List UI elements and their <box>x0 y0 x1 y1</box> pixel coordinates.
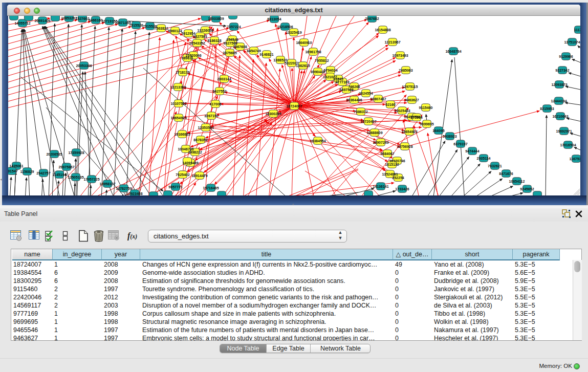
svg-text:3267150: 3267150 <box>204 114 218 118</box>
svg-text:12444194: 12444194 <box>551 99 567 103</box>
svg-text:6379197: 6379197 <box>453 142 467 146</box>
svg-text:13524861: 13524861 <box>382 172 398 176</box>
svg-text:10853267: 10853267 <box>61 16 77 20</box>
svg-text:16210643: 16210643 <box>552 115 568 118</box>
svg-text:16914479: 16914479 <box>191 174 207 178</box>
svg-text:2087682: 2087682 <box>365 17 379 20</box>
svg-text:2942757: 2942757 <box>36 171 50 175</box>
svg-text:9857771: 9857771 <box>168 185 182 189</box>
svg-text:1733426: 1733426 <box>395 187 409 191</box>
svg-text:17957225: 17957225 <box>83 178 99 181</box>
svg-text:3498222: 3498222 <box>188 150 202 154</box>
svg-text:8427552: 8427552 <box>212 90 226 93</box>
svg-text:7563822: 7563822 <box>154 27 168 30</box>
svg-text:9146821: 9146821 <box>259 53 273 56</box>
svg-text:19218506: 19218506 <box>277 25 293 29</box>
svg-text:16640910: 16640910 <box>296 41 312 45</box>
svg-text:8471676: 8471676 <box>499 172 513 176</box>
svg-text:164095: 164095 <box>432 129 444 133</box>
svg-text:18300295: 18300295 <box>265 112 281 116</box>
svg-text:12975115: 12975115 <box>402 85 418 89</box>
svg-text:13751074: 13751074 <box>564 40 580 44</box>
svg-text:12093873: 12093873 <box>551 83 567 86</box>
svg-text:175964: 175964 <box>410 116 422 119</box>
svg-text:20691406: 20691406 <box>34 19 50 23</box>
svg-text:17359928: 17359928 <box>68 151 84 155</box>
svg-text:417006: 417006 <box>209 102 221 106</box>
svg-text:8215953: 8215953 <box>540 107 554 111</box>
svg-text:15720407: 15720407 <box>360 120 376 123</box>
svg-text:62160: 62160 <box>385 103 396 106</box>
svg-text:19654925: 19654925 <box>170 116 186 120</box>
svg-text:11172: 11172 <box>574 28 580 32</box>
svg-text:17016504: 17016504 <box>560 143 576 147</box>
svg-text:12213369: 12213369 <box>170 85 186 89</box>
svg-text:10973493: 10973493 <box>392 54 408 57</box>
svg-text:7357224: 7357224 <box>227 25 241 29</box>
svg-text:14099489: 14099489 <box>182 161 198 165</box>
svg-text:9115460: 9115460 <box>419 106 433 110</box>
svg-text:989611: 989611 <box>182 56 193 60</box>
svg-text:10671355: 10671355 <box>115 21 130 25</box>
svg-text:8678352: 8678352 <box>193 138 207 142</box>
svg-text:10654112: 10654112 <box>509 180 525 183</box>
svg-text:16648784: 16648784 <box>445 50 461 53</box>
svg-text:19384554: 19384554 <box>310 139 325 143</box>
svg-text:9327503: 9327503 <box>193 35 207 38</box>
svg-text:9684067: 9684067 <box>380 152 394 156</box>
svg-text:12923468: 12923468 <box>126 192 142 195</box>
svg-text:16120746: 16120746 <box>389 159 405 163</box>
svg-text:19654923: 19654923 <box>401 130 417 134</box>
svg-text:8186328: 8186328 <box>207 39 221 42</box>
svg-text:1167533: 1167533 <box>570 157 580 161</box>
svg-text:29975867: 29975867 <box>58 165 74 169</box>
svg-text:9699695: 9699695 <box>420 122 433 126</box>
svg-text:7625402: 7625402 <box>176 173 189 177</box>
svg-text:19756928: 19756928 <box>397 145 412 148</box>
svg-text:1527602: 1527602 <box>75 17 89 20</box>
svg-text:9777169: 9777169 <box>335 80 349 84</box>
svg-text:3624554: 3624554 <box>359 92 373 95</box>
svg-text:20364436: 20364436 <box>346 98 362 102</box>
svg-text:8454749: 8454749 <box>247 49 260 53</box>
svg-text:391547: 391547 <box>8 169 18 173</box>
svg-text:8813054: 8813054 <box>267 17 281 21</box>
svg-text:2803144: 2803144 <box>217 77 231 81</box>
svg-text:9327508: 9327508 <box>223 41 237 45</box>
svg-text:18907249: 18907249 <box>373 141 388 144</box>
svg-text:16543352: 16543352 <box>189 41 205 45</box>
svg-text:16961758: 16961758 <box>305 50 321 54</box>
svg-text:13325419: 13325419 <box>286 31 301 34</box>
svg-text:20053346: 20053346 <box>76 64 92 68</box>
svg-text:5938923: 5938923 <box>443 135 456 138</box>
svg-text:19166825: 19166825 <box>174 133 190 136</box>
svg-text:15716485: 15716485 <box>203 186 219 190</box>
svg-text:1615132: 1615132 <box>385 163 399 166</box>
svg-text:1156829: 1156829 <box>20 170 34 173</box>
svg-text:10025433: 10025433 <box>394 109 410 113</box>
svg-text:8960124: 8960124 <box>168 29 182 33</box>
svg-text:10807487: 10807487 <box>370 97 386 101</box>
svg-text:3875685: 3875685 <box>223 51 236 55</box>
svg-text:19692971: 19692971 <box>556 129 572 133</box>
svg-text:9463627: 9463627 <box>405 98 419 102</box>
svg-text:9129966: 9129966 <box>559 55 573 58</box>
svg-text:12353594: 12353594 <box>198 126 213 129</box>
svg-text:20206535: 20206535 <box>46 152 62 156</box>
svg-text:7485063: 7485063 <box>399 69 412 72</box>
svg-text:18724007: 18724007 <box>286 104 302 108</box>
svg-text:252254: 252254 <box>392 176 404 180</box>
svg-text:9227342: 9227342 <box>555 69 569 72</box>
svg-text:9245652: 9245652 <box>520 187 534 191</box>
svg-text:16782759: 16782759 <box>116 187 132 190</box>
svg-text:1362615: 1362615 <box>296 64 310 68</box>
svg-text:9474444: 9474444 <box>465 149 479 153</box>
svg-text:12505135: 12505135 <box>68 176 83 179</box>
svg-text:7515526: 7515526 <box>129 24 143 27</box>
svg-text:7632621: 7632621 <box>488 164 502 168</box>
svg-text:6794024: 6794024 <box>323 69 337 72</box>
svg-text:16154838: 16154838 <box>375 28 390 32</box>
svg-text:6497568: 6497568 <box>339 88 353 92</box>
svg-text:10688609: 10688609 <box>366 131 382 135</box>
svg-text:14136141: 14136141 <box>373 185 388 188</box>
